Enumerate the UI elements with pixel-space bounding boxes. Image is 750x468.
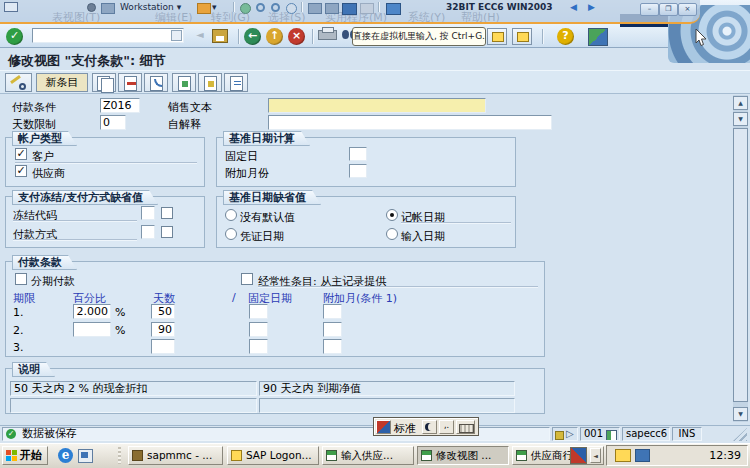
customer-checkbox[interactable]: ✓ (15, 148, 27, 160)
fixed-date-field-3[interactable] (249, 339, 268, 354)
fixed-day-field[interactable] (349, 147, 367, 161)
fixed-date-field-1[interactable] (249, 304, 268, 319)
variable-list-button[interactable] (224, 73, 248, 92)
status-client-cell[interactable]: 001 (580, 427, 620, 441)
vm-machine-icon[interactable] (101, 3, 115, 14)
radio-document-date[interactable] (225, 228, 237, 240)
block-key-checkbox[interactable] (161, 207, 173, 219)
back-icon[interactable]: ← (244, 28, 261, 45)
help-icon[interactable]: ? (557, 28, 574, 45)
create-shortcut-icon[interactable] (512, 28, 532, 45)
add-month-field-1[interactable] (323, 304, 342, 319)
status-system-cell[interactable]: ▷ (552, 427, 578, 441)
start-button[interactable]: 开始 (2, 446, 48, 465)
add-month-field-2[interactable] (323, 322, 342, 337)
command-field[interactable] (32, 28, 184, 43)
days-field-1[interactable] (151, 304, 175, 319)
undo-change-button[interactable] (144, 73, 168, 92)
expand-status-icon[interactable]: ▷ (566, 428, 574, 440)
window-restore-button[interactable]: ❐ (659, 3, 678, 16)
display-change-toggle-button[interactable] (5, 73, 32, 92)
sales-text-field[interactable] (268, 98, 486, 113)
scrollbar-thumb[interactable] (733, 128, 748, 402)
days-field-2[interactable] (151, 322, 175, 337)
radio-entry-date[interactable] (386, 228, 398, 240)
tray-app-icon[interactable] (570, 447, 587, 464)
vm-pin-icon[interactable] (87, 3, 96, 12)
vendor-checkbox[interactable]: ✓ (15, 165, 27, 177)
vm-clock-icon[interactable] (286, 3, 297, 14)
scroll-down-icon[interactable]: ▼ (733, 112, 748, 126)
day-limit-field[interactable] (100, 115, 126, 130)
radio-posting-date[interactable] (386, 209, 398, 221)
vm-unity-icon[interactable] (308, 3, 322, 14)
copy-as-button[interactable] (92, 73, 116, 92)
percent-field-2[interactable] (73, 322, 111, 337)
radio-document-date-label: 凭证日期 (240, 229, 284, 244)
exit-icon[interactable]: ↑ (266, 28, 283, 45)
ime-punctuation-icon[interactable]: ,. (439, 420, 454, 434)
vm-restore-icon[interactable] (4, 2, 18, 12)
print-icon[interactable] (318, 30, 337, 40)
vm-tab-prev-icon[interactable]: ◀ (570, 2, 577, 12)
vm-workstation-menu[interactable]: Workstation ▾ (120, 2, 181, 12)
scroll-down-icon[interactable]: ▼ (733, 407, 748, 421)
window-close-button[interactable]: × (678, 3, 697, 16)
command-history-icon[interactable] (171, 30, 182, 41)
term-row-no: 3. (13, 341, 24, 354)
percent-field-1[interactable] (73, 304, 111, 319)
vm-grid-icon[interactable] (197, 3, 211, 14)
quicklaunch-show-desktop-icon[interactable] (78, 449, 93, 463)
save-icon[interactable] (212, 29, 228, 43)
ime-mode-label[interactable]: 标准 (394, 421, 416, 436)
task-sap-logon[interactable]: SAP Logon... (227, 446, 319, 465)
fixed-date-field-2[interactable] (249, 322, 268, 337)
ime-keyboard-icon[interactable] (456, 420, 475, 434)
customize-layout-icon[interactable] (588, 28, 608, 46)
window-minimize-button[interactable]: – (640, 3, 659, 16)
block-key-field[interactable] (141, 206, 155, 220)
group-baseline-default: 基准日期缺省值 没有默认值 记帐日期 凭证日期 输入日期 (216, 196, 516, 248)
new-entries-button[interactable]: 新条目 (36, 73, 88, 92)
payment-terms-field[interactable] (100, 98, 140, 113)
vm-snapshot-icon[interactable] (256, 3, 265, 12)
installment-checkbox[interactable] (15, 273, 27, 285)
days-field-3[interactable] (151, 339, 175, 354)
explanation-cell (10, 398, 257, 413)
task-change-view[interactable]: 修改视图 ... (417, 446, 509, 465)
recurring-checkbox[interactable] (241, 273, 253, 285)
vm-monitor-icon[interactable] (325, 3, 339, 14)
vm-power-icon[interactable] (240, 3, 251, 14)
tray-chevron-icon[interactable]: ◄ (590, 448, 601, 463)
explanation-cell: 50 天之内 2 % 的现金折扣 (10, 381, 257, 396)
task-sapmmc[interactable]: sapmmc - ... (128, 446, 223, 465)
vm-console-icon[interactable] (386, 3, 401, 15)
vm-revert-icon[interactable] (271, 3, 280, 12)
own-explanation-field[interactable] (268, 115, 552, 130)
find-icon[interactable] (342, 30, 349, 39)
new-session-icon[interactable] (487, 28, 507, 45)
delete-button[interactable] (118, 73, 142, 92)
add-month-field-3[interactable] (323, 339, 342, 354)
task-enter-vendor[interactable]: 输入供应... (322, 446, 414, 465)
cancel-icon[interactable]: × (288, 28, 305, 45)
payment-method-checkbox[interactable] (161, 226, 173, 238)
scroll-up-icon[interactable]: ▲ (733, 96, 748, 110)
dropdown-icon[interactable]: ▾ (212, 2, 217, 12)
tray-folder-icon[interactable] (615, 449, 631, 462)
vmware-desktop: 表视图(T) 编辑(E) 转到(G) 选择(S) 实用程序(M) 系统(Y) 帮… (0, 0, 750, 468)
payment-method-field[interactable] (141, 225, 155, 239)
select-all-button[interactable] (172, 73, 196, 92)
ime-fullwidth-icon[interactable] (422, 420, 437, 434)
quicklaunch-ie-icon[interactable]: e (58, 448, 73, 463)
tray-network-icon[interactable] (635, 449, 650, 462)
select-block-button[interactable] (198, 73, 222, 92)
radio-no-default[interactable] (225, 209, 237, 221)
ime-input-method-icon[interactable] (376, 420, 391, 434)
additional-months-field[interactable] (349, 164, 367, 178)
vm-tab-next-icon[interactable]: ▶ (588, 2, 595, 12)
page-title: 修改视图 "支付条款": 细节 (8, 52, 166, 70)
vm-fullscreen-icon[interactable] (342, 3, 357, 15)
enter-button[interactable]: ✓ (6, 28, 23, 45)
vm-multimon-icon[interactable] (360, 3, 374, 14)
